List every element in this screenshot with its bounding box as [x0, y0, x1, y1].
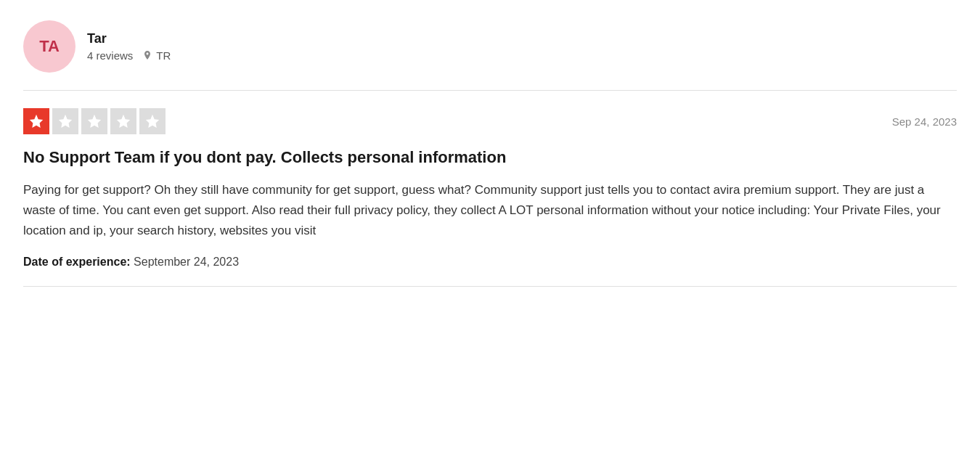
user-location-text: TR	[156, 49, 171, 62]
user-location: TR	[142, 49, 171, 62]
star-5	[139, 108, 166, 134]
review-title: No Support Team if you dont pay. Collect…	[23, 147, 957, 168]
user-section: TA Tar 4 reviews TR	[23, 20, 957, 91]
review-date: Sep 24, 2023	[892, 115, 957, 128]
user-info: Tar 4 reviews TR	[87, 31, 171, 62]
user-reviews-count: 4 reviews	[87, 49, 133, 62]
star-1	[23, 108, 49, 134]
avatar: TA	[23, 20, 75, 73]
review-body: Paying for get support? Oh they still ha…	[23, 180, 957, 241]
user-name: Tar	[87, 31, 171, 46]
review-card: TA Tar 4 reviews TR	[0, 0, 980, 287]
avatar-initials: TA	[39, 37, 60, 56]
review-header: Sep 24, 2023	[23, 108, 957, 134]
review-experience: Date of experience: September 24, 2023	[23, 256, 957, 269]
experience-label: Date of experience:	[23, 256, 131, 268]
star-2	[52, 108, 78, 134]
star-4	[110, 108, 136, 134]
experience-date: September 24, 2023	[134, 256, 239, 268]
location-icon	[142, 50, 153, 62]
review-section: Sep 24, 2023 No Support Team if you dont…	[23, 91, 957, 287]
star-rating	[23, 108, 166, 134]
star-3	[81, 108, 107, 134]
user-meta: 4 reviews TR	[87, 49, 171, 62]
